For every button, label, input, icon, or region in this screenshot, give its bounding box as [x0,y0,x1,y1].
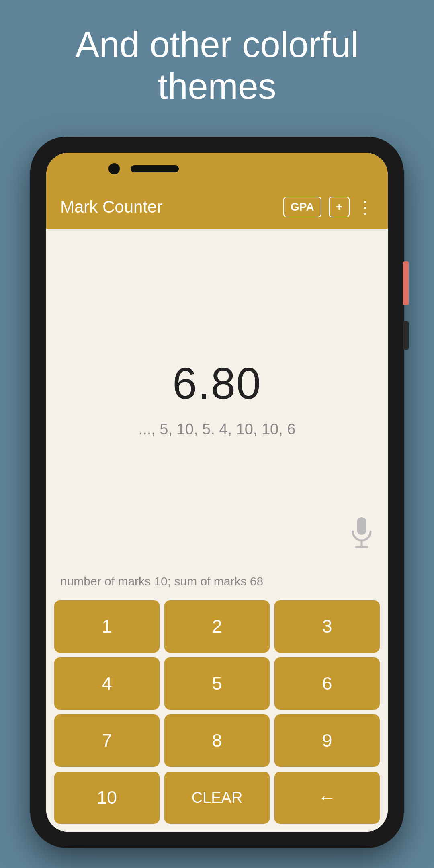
key-5[interactable]: 5 [164,657,270,710]
key-4[interactable]: 4 [54,657,160,710]
key-10[interactable]: 10 [54,772,160,824]
stats-text: number of marks 10; sum of marks 68 [60,575,263,588]
header-line2: themes [158,66,276,106]
app-title: Mark Counter [60,197,276,217]
history-text: ..., 5, 10, 5, 4, 10, 10, 6 [139,421,296,438]
main-value: 6.80 [172,358,262,409]
speaker-notch [131,165,179,172]
mic-area[interactable] [350,516,374,555]
camera-notch [108,163,120,174]
notch-area [46,153,388,185]
header-line1: And other colorful [75,25,358,65]
key-8[interactable]: 8 [164,714,270,767]
gpa-button[interactable]: GPA [283,197,321,217]
key-backspace[interactable]: ← [274,772,380,824]
side-button [403,321,409,350]
mic-icon[interactable] [350,525,374,554]
volume-button [403,261,409,305]
phone-screen: Mark Counter GPA + ⋮ 6.80 ..., 5, 10, 5,… [46,153,388,832]
app-bar: Mark Counter GPA + ⋮ [46,185,388,229]
menu-button[interactable]: ⋮ [357,197,374,217]
key-6[interactable]: 6 [274,657,380,710]
keypad: 1 2 3 4 5 6 7 8 9 10 CLEAR ← [46,594,388,832]
key-9[interactable]: 9 [274,714,380,767]
content-area: 6.80 ..., 5, 10, 5, 4, 10, 10, 6 [46,229,388,832]
key-3[interactable]: 3 [274,600,380,653]
header-text: And other colorful themes [0,24,434,107]
key-clear[interactable]: CLEAR [164,772,270,824]
display-area: 6.80 ..., 5, 10, 5, 4, 10, 10, 6 [46,229,388,567]
key-7[interactable]: 7 [54,714,160,767]
add-button[interactable]: + [329,197,350,217]
phone-shell: Mark Counter GPA + ⋮ 6.80 ..., 5, 10, 5,… [30,137,404,848]
svg-rect-0 [357,517,366,535]
key-2[interactable]: 2 [164,600,270,653]
stats-row: number of marks 10; sum of marks 68 [46,567,388,594]
key-1[interactable]: 1 [54,600,160,653]
